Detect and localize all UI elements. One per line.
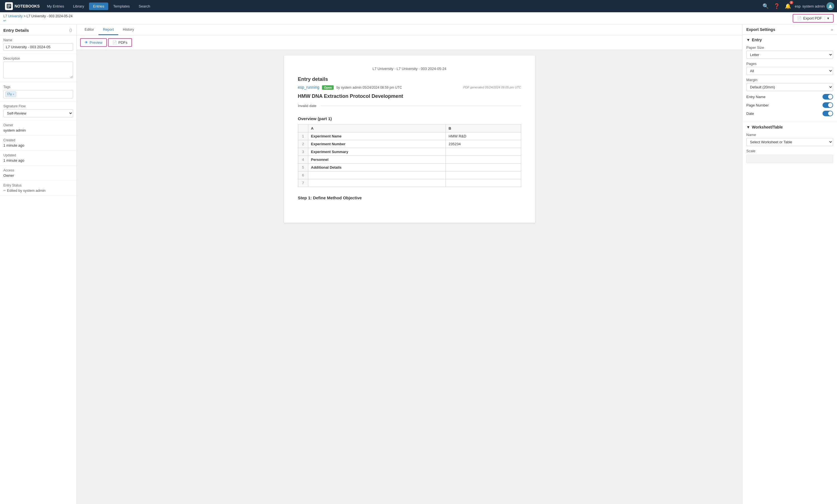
sidebar-signature-flow-field: Signature Flow Self-Review <box>0 101 76 120</box>
row-number: 7 <box>298 179 308 187</box>
date-toggle[interactable] <box>822 111 833 116</box>
data-table: A B 1 Experiment Name HMW R&D 2 Experime… <box>298 124 521 187</box>
worksheet-section-label: Worksheet/Table <box>752 125 783 129</box>
notification-bell[interactable]: 🔔 3 <box>784 2 792 10</box>
sidebar-name-input[interactable] <box>3 43 73 51</box>
nav-entries[interactable]: Entries <box>89 2 108 10</box>
table-row: 7 <box>298 179 521 187</box>
row-col-a: Additional Details <box>308 164 446 171</box>
sidebar-signature-flow-select[interactable]: Self-Review <box>3 109 73 117</box>
sidebar-name-field: Name <box>0 35 76 54</box>
tabs-bar: Editor Report History <box>77 24 742 35</box>
breadcrumb-back-link[interactable]: ↩ <box>3 19 73 23</box>
entry-status-value: Edited by system admin <box>7 188 46 193</box>
sidebar-updated-field: Updated 1 minute ago <box>0 151 76 166</box>
pages-select[interactable]: All Custom <box>746 67 833 75</box>
pages-label: Pages <box>746 62 833 66</box>
worksheet-section-arrow: ▼ <box>746 125 750 129</box>
entry-status-link[interactable]: esp_running <box>298 85 319 90</box>
pdf-generated-text: PDF generated 05/24/2024 09:05 pm UTC <box>463 86 521 89</box>
sidebar-title: Entry Details <box>3 28 29 33</box>
scale-label: Scale <box>746 149 833 153</box>
breadcrumb-bar: L7 University > L7 University - 003 2024… <box>0 12 837 24</box>
export-pdf-icon: 📄 <box>797 16 802 20</box>
sidebar-updated-value: 1 minute ago <box>3 158 73 163</box>
step-title: Step 1: Define Method Objective <box>298 195 521 200</box>
invalid-date-line <box>321 106 521 106</box>
nav-search[interactable]: Search <box>135 2 154 10</box>
preview-meta-line: esp_running Open by system admin 05/24/2… <box>298 85 521 90</box>
paper-size-select[interactable]: Letter A4 Legal <box>746 51 833 59</box>
entry-section-arrow: ▼ <box>746 38 750 42</box>
sidebar-collapse-button[interactable]: ⟨⟩ <box>68 27 73 33</box>
top-navigation: NOTEBOOKS My Entries Library Entries Tem… <box>0 0 837 12</box>
sidebar-access-label: Access <box>3 168 73 172</box>
paper-size-label: Paper Size <box>746 45 833 50</box>
svg-rect-2 <box>7 6 11 6</box>
main-layout: Entry Details ⟨⟩ Name Description Tags l… <box>0 24 837 504</box>
row-col-b: HMW R&D <box>446 132 521 140</box>
row-col-b <box>446 171 521 179</box>
nav-templates[interactable]: Templates <box>109 2 133 10</box>
edit-icon: ✏ <box>3 189 6 192</box>
sidebar-description-textarea[interactable] <box>3 62 73 78</box>
row-col-b <box>446 179 521 187</box>
right-sidebar-expand-button[interactable]: » <box>831 27 833 32</box>
help-icon[interactable]: ❓ <box>772 2 781 10</box>
user-info[interactable]: esp system admin <box>795 2 834 10</box>
sidebar-tags-field: Tags l7u × <box>0 82 76 101</box>
page-number-toggle[interactable] <box>822 102 833 108</box>
nav-library[interactable]: Library <box>69 2 88 10</box>
nav-right-area: 🔍 ❓ 🔔 3 esp system admin <box>761 2 834 10</box>
sidebar-updated-label: Updated <box>3 153 73 157</box>
export-pdf-button[interactable]: 📄 Export PDF ▾ <box>793 14 834 23</box>
right-sidebar: Export Settings » ▼ Entry Paper Size Let… <box>742 24 837 504</box>
sidebar-description-label: Description <box>3 57 73 60</box>
preview-button[interactable]: 👁 Preview <box>80 38 107 47</box>
preview-section-title: Entry details <box>298 76 521 82</box>
tab-report[interactable]: Report <box>99 24 118 35</box>
breadcrumb-separator: > <box>24 14 26 18</box>
sidebar-header: Entry Details ⟨⟩ <box>0 24 76 35</box>
table-header-b: B <box>446 125 521 132</box>
worksheet-section-header[interactable]: ▼ Worksheet/Table <box>746 125 833 129</box>
row-number: 2 <box>298 140 308 148</box>
row-col-a <box>308 179 446 187</box>
margin-label: Margin <box>746 78 833 82</box>
left-sidebar: Entry Details ⟨⟩ Name Description Tags l… <box>0 24 77 504</box>
logo[interactable]: NOTEBOOKS <box>3 1 42 12</box>
breadcrumb-parent-link[interactable]: L7 University <box>3 14 23 18</box>
row-number: 5 <box>298 164 308 171</box>
margin-select[interactable]: Default (20mm) None 10mm 15mm 25mm <box>746 83 833 91</box>
entry-name-toggle[interactable] <box>822 94 833 99</box>
scale-area <box>746 155 833 163</box>
open-badge: Open <box>322 85 334 90</box>
worksheet-name-select[interactable]: Select Worksheet or Table <box>746 138 833 146</box>
tag-remove-button[interactable]: × <box>13 93 14 96</box>
invalid-date-label: Invalid date <box>298 104 317 108</box>
tab-editor[interactable]: Editor <box>80 24 99 35</box>
pdfs-button[interactable]: 📄 PDFs <box>108 38 132 47</box>
entry-status-badge: ✏ Edited by system admin <box>3 188 73 193</box>
row-col-b <box>446 156 521 164</box>
export-pdf-dropdown-arrow[interactable]: ▾ <box>825 16 829 20</box>
entry-section-header[interactable]: ▼ Entry <box>746 38 833 42</box>
user-name-text: system admin <box>802 4 825 8</box>
table-row: 2 Experiment Number 235234 <box>298 140 521 148</box>
row-col-b: 235234 <box>446 140 521 148</box>
row-col-b <box>446 148 521 156</box>
row-col-a: Experiment Number <box>308 140 446 148</box>
tab-history[interactable]: History <box>118 24 138 35</box>
sidebar-owner-label: Owner <box>3 123 73 127</box>
worksheet-name-label: Name <box>746 133 833 137</box>
logo-text: NOTEBOOKS <box>15 4 40 8</box>
date-toggle-row: Date <box>746 111 833 116</box>
notification-count: 3 <box>789 1 793 4</box>
nav-my-entries[interactable]: My Entries <box>43 2 68 10</box>
user-avatar <box>826 2 834 10</box>
sidebar-owner-value: system admin <box>3 128 73 132</box>
tag-container[interactable]: l7u × <box>3 90 73 98</box>
search-icon[interactable]: 🔍 <box>761 2 770 10</box>
breadcrumb-current: L7 University - 003 2024-05-24 <box>26 14 73 18</box>
entry-name-toggle-row: Entry Name <box>746 94 833 99</box>
